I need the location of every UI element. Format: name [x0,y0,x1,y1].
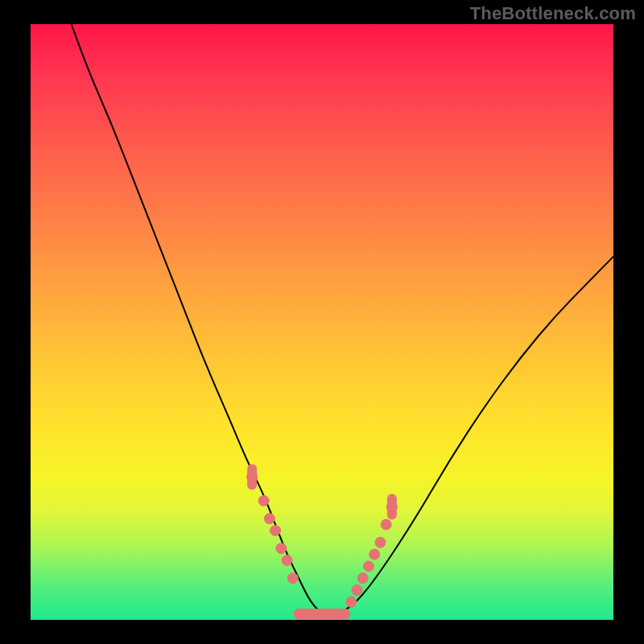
curve-marker-dot [381,519,391,530]
bottleneck-curve [72,24,613,614]
curve-marker-dot [258,496,269,506]
curve-marker-dot [276,543,287,554]
curve-marker-dot [357,573,368,584]
curve-marker-dot [375,537,386,547]
curve-marker-dot [363,561,374,572]
curve-marker-dot [264,514,275,524]
chart-overlay [31,24,613,620]
chart-frame: TheBottleneck.com [0,0,644,644]
curve-marker-dot [270,526,281,536]
curve-marker-dot [287,573,298,584]
attribution-label: TheBottleneck.com [470,3,636,24]
curve-marker-dot [369,549,380,559]
curve-marker-dot [352,585,362,596]
curve-marker-dot [282,555,292,566]
curve-markers [247,469,398,613]
curve-marker-dot [346,597,357,607]
curve-marker-dot [247,472,258,482]
